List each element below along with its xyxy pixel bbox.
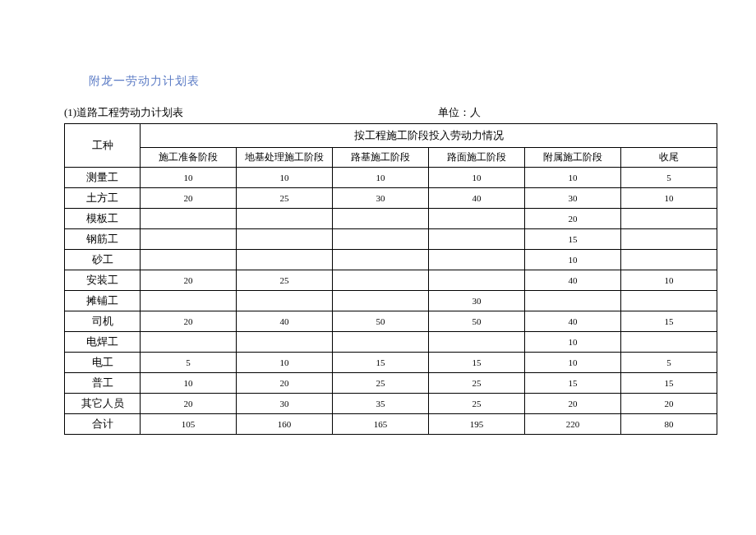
- row-label: 电工: [65, 353, 141, 373]
- cell-value: [333, 209, 429, 229]
- row-label: 砂工: [65, 250, 141, 270]
- subtitle-left: (1)道路工程劳动力计划表: [64, 105, 438, 120]
- cell-value: 10: [237, 168, 333, 188]
- cell-value: [333, 229, 429, 250]
- cell-value: 25: [333, 373, 429, 394]
- header-stages-row: 施工准备阶段 地基处理施工阶段 路基施工阶段 路面施工阶段 附属施工阶段 收尾: [65, 148, 717, 168]
- cell-value: [621, 250, 717, 270]
- cell-value: [429, 332, 525, 353]
- cell-value: 30: [237, 394, 333, 414]
- cell-value: [237, 209, 333, 229]
- row-label: 其它人员: [65, 394, 141, 414]
- cell-value: 15: [333, 353, 429, 373]
- row-label: 摊铺工: [65, 291, 141, 311]
- cell-value: 15: [429, 353, 525, 373]
- cell-value: 165: [333, 414, 429, 435]
- cell-value: [237, 229, 333, 250]
- row-label: 普工: [65, 373, 141, 394]
- cell-value: [333, 250, 429, 270]
- cell-value: 30: [333, 188, 429, 209]
- cell-value: [621, 332, 717, 353]
- row-label: 电焊工: [65, 332, 141, 353]
- table-row: 钢筋工15: [65, 229, 717, 250]
- cell-value: [525, 291, 621, 311]
- header-stage-5: 收尾: [621, 148, 717, 168]
- cell-value: 105: [141, 414, 237, 435]
- cell-value: 10: [141, 168, 237, 188]
- table-row: 摊铺工30: [65, 291, 717, 311]
- cell-value: 25: [237, 188, 333, 209]
- cell-value: [141, 291, 237, 311]
- table-row: 模板工20: [65, 209, 717, 229]
- cell-value: 160: [237, 414, 333, 435]
- cell-value: 25: [429, 394, 525, 414]
- document-title: 附龙一劳动力计划表: [89, 74, 756, 89]
- cell-value: 10: [333, 168, 429, 188]
- header-stage-4: 附属施工阶段: [525, 148, 621, 168]
- cell-value: [333, 291, 429, 311]
- cell-value: 10: [621, 270, 717, 291]
- table-row: 电焊工10: [65, 332, 717, 353]
- cell-value: [429, 270, 525, 291]
- table-row: 砂工10: [65, 250, 717, 270]
- cell-value: 15: [525, 373, 621, 394]
- cell-value: 40: [237, 311, 333, 332]
- cell-value: 5: [621, 353, 717, 373]
- cell-value: 220: [525, 414, 621, 435]
- cell-value: 25: [429, 373, 525, 394]
- table-row: 司机204050504015: [65, 311, 717, 332]
- cell-value: [621, 229, 717, 250]
- cell-value: [141, 209, 237, 229]
- cell-value: 20: [141, 311, 237, 332]
- cell-value: 50: [429, 311, 525, 332]
- cell-value: 20: [525, 394, 621, 414]
- cell-value: 30: [429, 291, 525, 311]
- table-row: 其它人员203035252020: [65, 394, 717, 414]
- cell-value: 40: [525, 311, 621, 332]
- cell-value: [141, 332, 237, 353]
- cell-value: 10: [525, 332, 621, 353]
- cell-value: 40: [429, 188, 525, 209]
- table-row: 合计10516016519522080: [65, 414, 717, 435]
- table-row: 普工102025251515: [65, 373, 717, 394]
- cell-value: 195: [429, 414, 525, 435]
- cell-value: [429, 250, 525, 270]
- cell-value: [621, 209, 717, 229]
- header-stage-1: 地基处理施工阶段: [237, 148, 333, 168]
- cell-value: [237, 291, 333, 311]
- cell-value: 10: [237, 353, 333, 373]
- cell-value: 10: [429, 168, 525, 188]
- cell-value: 40: [525, 270, 621, 291]
- row-label: 司机: [65, 311, 141, 332]
- cell-value: 35: [333, 394, 429, 414]
- cell-value: [429, 209, 525, 229]
- table-row: 电工5101515105: [65, 353, 717, 373]
- cell-value: 10: [525, 353, 621, 373]
- cell-value: 20: [621, 394, 717, 414]
- cell-value: 30: [525, 188, 621, 209]
- cell-value: 5: [141, 353, 237, 373]
- cell-value: [141, 229, 237, 250]
- cell-value: 10: [525, 168, 621, 188]
- cell-value: [141, 250, 237, 270]
- header-stage-3: 路面施工阶段: [429, 148, 525, 168]
- cell-value: 20: [141, 394, 237, 414]
- header-worktype: 工种: [65, 124, 141, 168]
- cell-value: [333, 332, 429, 353]
- cell-value: 20: [141, 270, 237, 291]
- cell-value: 15: [621, 311, 717, 332]
- cell-value: [429, 229, 525, 250]
- cell-value: 20: [237, 373, 333, 394]
- cell-value: [621, 291, 717, 311]
- cell-value: 20: [141, 188, 237, 209]
- row-label: 钢筋工: [65, 229, 141, 250]
- table-row: 测量工10101010105: [65, 168, 717, 188]
- cell-value: 80: [621, 414, 717, 435]
- table-row: 安装工20254010: [65, 270, 717, 291]
- cell-value: 10: [525, 250, 621, 270]
- cell-value: 5: [621, 168, 717, 188]
- header-stage-2: 路基施工阶段: [333, 148, 429, 168]
- table-body: 测量工10101010105土方工202530403010模板工20钢筋工15砂…: [65, 168, 717, 435]
- cell-value: 15: [525, 229, 621, 250]
- cell-value: 15: [621, 373, 717, 394]
